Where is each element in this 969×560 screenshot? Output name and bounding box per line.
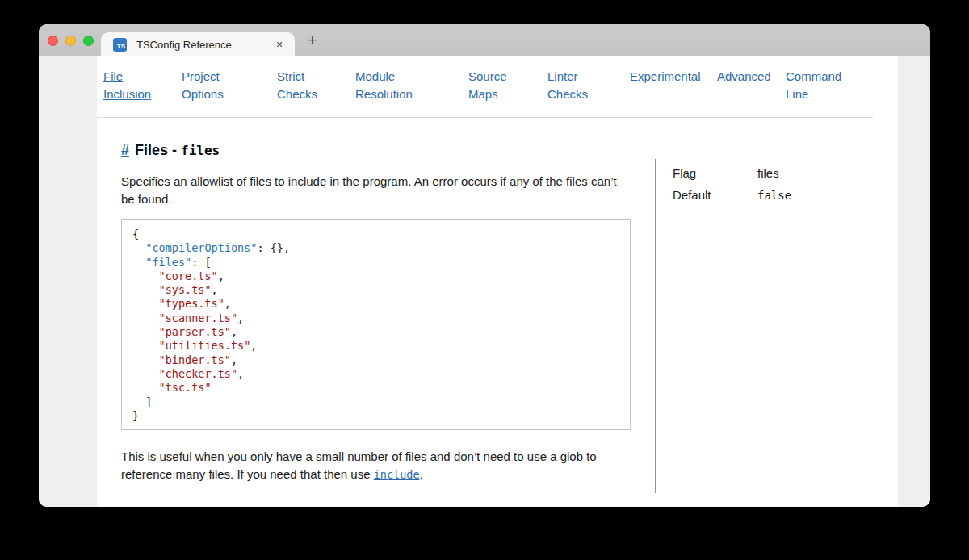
code-token-punct <box>132 325 159 338</box>
code-token-punct <box>132 353 159 366</box>
page-background: File InclusionProject OptionsStrict Chec… <box>39 56 930 507</box>
intro-paragraph: Specifies an allowlist of files to inclu… <box>121 173 633 208</box>
new-tab-button[interactable]: + <box>300 24 325 56</box>
code-token-punct: , <box>218 270 224 282</box>
code-line: "parser.ts", <box>132 325 619 339</box>
code-line: "sys.ts", <box>132 283 619 297</box>
code-token-punct <box>132 381 159 394</box>
code-token-punct: , <box>237 311 244 324</box>
page-title: #Files - files <box>121 140 220 161</box>
page-title-code: files <box>181 143 220 158</box>
top-navigation: File InclusionProject OptionsStrict Chec… <box>97 68 898 115</box>
option-meta-panel: FlagfilesDefaultfalse <box>673 165 875 209</box>
code-token-punct <box>132 241 145 254</box>
code-line: ] <box>132 395 619 409</box>
code-token-string: "checker.ts" <box>159 367 238 380</box>
meta-label: Flag <box>673 165 757 182</box>
sidebar-divider <box>655 159 656 493</box>
code-token-punct: , <box>237 367 244 380</box>
code-token-punct <box>132 270 159 282</box>
outro-text-before: This is useful when you only have a smal… <box>121 449 597 481</box>
code-token-string: "tsc.ts" <box>159 381 212 394</box>
meta-value: files <box>757 165 779 182</box>
code-token-string: "parser.ts" <box>159 325 231 338</box>
code-token-punct: { <box>132 228 139 240</box>
tab-title: TSConfig Reference <box>136 39 271 51</box>
code-line: { <box>132 228 619 241</box>
code-line: "compilerOptions": {}, <box>132 241 619 255</box>
code-line: "types.ts", <box>132 297 619 311</box>
code-token-string: "core.ts" <box>159 270 218 282</box>
nav-link-experimental[interactable]: Experimental <box>630 68 719 86</box>
code-line: "files": [ <box>132 256 619 270</box>
code-line: } <box>132 409 619 423</box>
code-token-punct <box>132 256 145 269</box>
nav-link-advanced[interactable]: Advanced <box>717 68 790 86</box>
nav-link-module-resolution[interactable]: Module Resolution <box>355 68 425 103</box>
traffic-lights <box>48 24 94 56</box>
code-line: "core.ts", <box>132 270 619 283</box>
code-line: "checker.ts", <box>132 367 619 381</box>
content-card: File InclusionProject OptionsStrict Chec… <box>97 56 898 507</box>
code-token-punct <box>132 339 159 352</box>
minimize-window-button[interactable] <box>65 36 76 46</box>
nav-link-source-maps[interactable]: Source Maps <box>468 68 517 103</box>
close-window-button[interactable] <box>48 36 58 46</box>
code-token-punct: , <box>212 283 218 296</box>
code-token-punct: : [ <box>191 256 211 269</box>
outro-text-after: . <box>420 467 423 481</box>
code-line: "tsc.ts" <box>132 381 619 395</box>
code-token-punct <box>132 297 159 310</box>
code-token-punct: ] <box>132 395 152 408</box>
heading-anchor-link[interactable]: # <box>121 142 129 158</box>
code-token-punct <box>132 367 159 380</box>
code-token-punct: , <box>250 339 257 352</box>
meta-row-default: Defaultfalse <box>673 187 875 203</box>
outro-paragraph: This is useful when you only have a smal… <box>121 448 633 483</box>
zoom-window-button[interactable] <box>83 36 94 46</box>
code-line: "scanner.ts", <box>132 311 619 325</box>
code-token-string: "scanner.ts" <box>159 311 238 324</box>
code-token-punct <box>132 311 159 324</box>
code-token-key: "compilerOptions" <box>145 241 257 254</box>
typescript-logo-icon: TS <box>113 38 127 52</box>
code-token-key: "files" <box>145 256 191 269</box>
code-token-string: "binder.ts" <box>159 353 231 366</box>
nav-link-project-options[interactable]: Project Options <box>182 68 240 103</box>
browser-tab[interactable]: TS TSConfig Reference × <box>101 32 295 56</box>
code-token-punct: , <box>231 325 237 338</box>
code-line: "utilities.ts", <box>132 339 619 353</box>
code-line: "binder.ts", <box>132 353 619 367</box>
code-block: { "compilerOptions": {}, "files": [ "cor… <box>121 219 631 430</box>
tab-close-icon[interactable]: × <box>271 36 288 53</box>
code-token-punct: , <box>231 353 237 366</box>
nav-link-command-line[interactable]: Command Line <box>786 68 855 103</box>
meta-value: false <box>757 187 791 203</box>
nav-link-linter-checks[interactable]: Linter Checks <box>547 68 598 103</box>
code-token-string: "sys.ts" <box>159 283 212 296</box>
code-token-string: "utilities.ts" <box>159 339 251 352</box>
browser-tab-bar: TS TSConfig Reference × + <box>39 24 930 56</box>
code-token-punct: , <box>224 297 231 310</box>
nav-link-file-inclusion[interactable]: File Inclusion <box>103 68 165 103</box>
code-token-punct: : {}, <box>257 241 290 254</box>
meta-label: Default <box>673 187 757 203</box>
nav-divider <box>97 117 873 118</box>
nav-link-strict-checks[interactable]: Strict Checks <box>277 68 327 103</box>
code-token-punct: } <box>132 409 139 422</box>
page-title-text: Files - <box>135 142 177 158</box>
meta-row-flag: Flagfiles <box>673 165 875 182</box>
include-link[interactable]: include <box>374 468 420 481</box>
code-token-string: "types.ts" <box>159 297 224 310</box>
code-token-punct <box>132 283 159 296</box>
browser-window: TS TSConfig Reference × + File Inclusion… <box>39 24 930 507</box>
